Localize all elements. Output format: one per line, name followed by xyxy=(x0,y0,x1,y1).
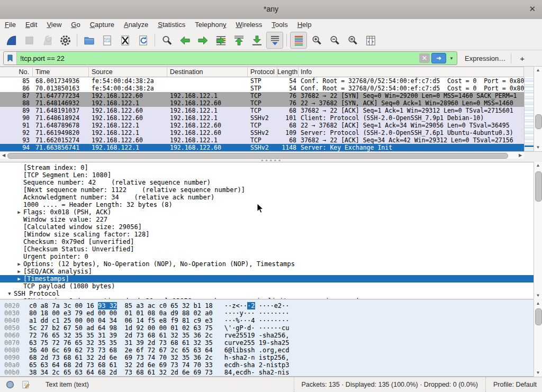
zoom-in-icon[interactable] xyxy=(308,32,325,49)
hex-row[interactable]: 00a065 63 64 68 2d 73 68 61 32 2d 6e 69 … xyxy=(0,361,534,369)
detail-line[interactable]: [Calculated window size: 29056] xyxy=(0,223,534,231)
col-protocol[interactable]: Protocol xyxy=(248,67,277,77)
go-to-packet-icon[interactable] xyxy=(212,32,229,49)
menu-capture[interactable]: Capture xyxy=(85,19,119,30)
display-filter-input[interactable]: !tcp.port == 22 xyxy=(17,54,419,62)
packet-row[interactable]: 9271.661949820192.168.122.1192.168.122.6… xyxy=(0,129,524,136)
detail-line[interactable]: 1000 .... = Header Length: 32 bytes (8) xyxy=(0,201,534,208)
packet-row[interactable]: 8670.013850163fe:54:00:d4:38:2aSTP54Conf… xyxy=(0,85,524,92)
hex-row[interactable]: 003080 18 00 e3 79 ed 00 00 01 01 08 0a … xyxy=(0,309,534,317)
col-info[interactable]: Info xyxy=(299,67,524,77)
detail-line[interactable]: ▶[SEQ/ACK analysis] xyxy=(0,268,534,275)
menu-file[interactable]: File xyxy=(0,19,21,30)
bytes-vscrollbar[interactable]: ▲ ▼ xyxy=(534,300,542,377)
zoom-original-icon[interactable] xyxy=(344,32,361,49)
go-first-packet-icon[interactable] xyxy=(230,32,247,49)
packet-list-header[interactable]: No. Time Source Destination Protocol Len… xyxy=(0,67,524,77)
filter-bookmark-icon[interactable] xyxy=(4,52,17,65)
start-capture-icon[interactable] xyxy=(3,32,20,49)
scrollbar-thumb[interactable] xyxy=(535,171,542,202)
menu-telephony[interactable]: Telephony xyxy=(190,19,231,30)
expand-arrow-icon[interactable]: ▼ xyxy=(5,290,14,297)
detail-line[interactable]: ▶Options: (12 bytes), No-Operation (NOP)… xyxy=(0,260,534,268)
detail-line[interactable]: ▶SSH Version 2 (encryption:chacha20-poly… xyxy=(0,297,534,299)
stop-capture-icon[interactable] xyxy=(21,32,38,49)
restart-capture-icon[interactable] xyxy=(39,32,56,49)
hex-row[interactable]: 00505c 27 b2 67 50 ad 64 98 1d 92 00 00 … xyxy=(0,324,534,332)
expand-arrow-icon[interactable]: ▶ xyxy=(15,208,23,216)
hex-row[interactable]: 00b038 34 2c 65 63 64 68 2d 73 68 61 32 … xyxy=(0,369,534,376)
expand-arrow-icon[interactable]: ▶ xyxy=(15,275,23,282)
scrollbar-thumb[interactable] xyxy=(7,153,508,159)
detail-line[interactable]: [Next sequence number: 1122 (relative se… xyxy=(0,186,534,194)
packet-row[interactable]: 9171.648789678192.168.122.1192.168.122.6… xyxy=(0,122,524,129)
go-forward-icon[interactable] xyxy=(194,32,211,49)
col-no[interactable]: No. xyxy=(0,67,33,77)
filter-clear-icon[interactable]: ✕ xyxy=(419,53,430,63)
capture-options-icon[interactable] xyxy=(57,32,74,49)
packet-row[interactable]: 8871.648146932192.168.122.1192.168.122.6… xyxy=(0,99,524,107)
expand-arrow-icon[interactable]: ▶ xyxy=(15,297,23,299)
packet-row[interactable]: 9471.663856741192.168.122.1192.168.122.6… xyxy=(0,144,524,151)
menu-go[interactable]: Go xyxy=(66,19,85,30)
expand-arrow-icon[interactable]: ▶ xyxy=(15,260,23,268)
close-file-icon[interactable] xyxy=(116,32,133,49)
zoom-out-icon[interactable] xyxy=(326,32,343,49)
packet-list-hscrollbar[interactable]: ◀ ▶ xyxy=(0,151,524,159)
packet-row[interactable]: 9071.648618924192.168.122.60192.168.122.… xyxy=(0,114,524,122)
scroll-down-icon[interactable]: ▼ xyxy=(534,369,542,377)
menu-view[interactable]: View xyxy=(42,19,66,30)
hex-row[interactable]: 009068 2d 73 68 61 32 2d 6e 69 73 74 70 … xyxy=(0,354,534,361)
menu-help[interactable]: Help xyxy=(293,19,317,30)
scroll-down-icon[interactable]: ▼ xyxy=(534,144,542,151)
detail-line[interactable]: [TCP Segment Len: 1080] xyxy=(0,171,534,179)
col-destination[interactable]: Destination xyxy=(167,67,248,77)
packet-row[interactable]: 9371.662015274192.168.122.60192.168.122.… xyxy=(0,136,524,144)
filter-apply-icon[interactable]: ➜ xyxy=(431,53,446,63)
scroll-up-icon[interactable]: ▲ xyxy=(534,67,542,74)
scroll-right-icon[interactable]: ▶ xyxy=(517,152,524,159)
intelligent-scrollbar[interactable] xyxy=(524,77,534,151)
detail-line[interactable]: Acknowledgment number: 34 (relative ack … xyxy=(0,194,534,201)
title-bar[interactable]: *any ✕ xyxy=(0,0,542,20)
menu-analyze[interactable]: Analyze xyxy=(119,19,153,30)
auto-scroll-icon[interactable] xyxy=(266,32,283,49)
detail-line[interactable]: [Checksum Status: Unverified] xyxy=(0,245,534,253)
menu-wireless[interactable]: Wireless xyxy=(231,19,267,30)
expert-info-icon[interactable] xyxy=(4,379,16,390)
detail-line[interactable]: [Stream index: 0] xyxy=(0,164,534,171)
open-file-icon[interactable] xyxy=(80,32,97,49)
colorize-packets-icon[interactable] xyxy=(290,32,307,49)
col-time[interactable]: Time xyxy=(33,67,89,77)
packet-row[interactable]: 8771.647777234192.168.122.60192.168.122.… xyxy=(0,92,524,99)
scroll-up-icon[interactable]: ▲ xyxy=(534,162,542,169)
detail-line[interactable]: ▼SSH Protocol xyxy=(0,290,534,297)
menu-edit[interactable]: Edit xyxy=(21,19,42,30)
details-vscrollbar[interactable]: ▲ ▼ xyxy=(534,162,542,299)
go-last-packet-icon[interactable] xyxy=(248,32,265,49)
detail-line[interactable]: [Window size scaling factor: 128] xyxy=(0,231,534,238)
detail-line[interactable]: Sequence number: 42 (relative sequence n… xyxy=(0,179,534,186)
expand-arrow-icon[interactable]: ▶ xyxy=(15,268,23,275)
packet-row[interactable]: 8568.001734936fe:54:00:d4:38:2aSTP54Conf… xyxy=(0,77,524,85)
packet-list-vscrollbar[interactable]: ▲ ▼ xyxy=(534,67,542,151)
go-back-icon[interactable] xyxy=(176,32,193,49)
reload-file-icon[interactable] xyxy=(134,32,151,49)
detail-line[interactable]: TCP payload (1080 bytes) xyxy=(0,282,534,290)
scroll-left-icon[interactable]: ◀ xyxy=(0,152,7,159)
close-window-button[interactable]: ✕ xyxy=(529,4,536,14)
scrollbar-thumb[interactable] xyxy=(535,114,542,129)
detail-line[interactable]: Window size value: 227 xyxy=(0,216,534,223)
detail-line[interactable]: ▶[Timestamps] xyxy=(0,275,534,282)
hex-row[interactable]: 0020c0 a8 7a 3c 00 16 93 32 85 a3 ac c0 … xyxy=(0,302,534,309)
packet-bytes-pane[interactable]: 0020c0 a8 7a 3c 00 16 93 32 85 a3 ac c0 … xyxy=(0,300,534,377)
packet-details-pane[interactable]: [Stream index: 0][TCP Segment Len: 1080]… xyxy=(0,162,534,299)
scroll-down-icon[interactable]: ▼ xyxy=(534,292,542,299)
packet-list[interactable]: 8568.001734936fe:54:00:d4:38:2aSTP54Conf… xyxy=(0,77,524,151)
resize-columns-icon[interactable] xyxy=(362,32,379,49)
menu-statistics[interactable]: Statistics xyxy=(153,19,190,30)
scroll-up-icon[interactable]: ▲ xyxy=(534,300,542,307)
col-length[interactable]: Length xyxy=(277,67,299,77)
expression-button[interactable]: Expression… xyxy=(465,54,505,62)
add-filter-button[interactable]: + xyxy=(517,54,528,63)
